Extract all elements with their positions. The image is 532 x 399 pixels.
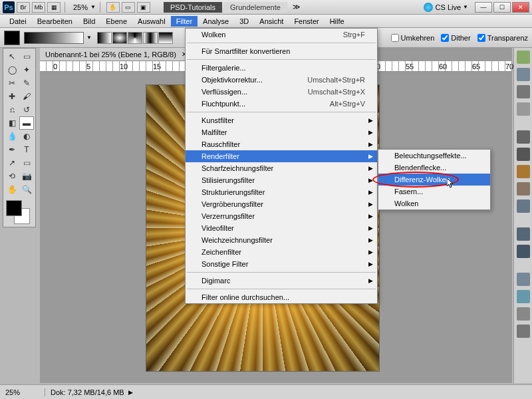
chevron-down-icon[interactable]: ▼ — [86, 35, 92, 41]
panel-icon[interactable] — [517, 165, 530, 178]
menu-bild[interactable]: Bild — [78, 16, 100, 27]
zoom-tool[interactable]: 🔍 — [19, 183, 34, 196]
submenu-item-fasern[interactable]: Fasern... — [378, 186, 490, 198]
panel-icon[interactable] — [517, 290, 530, 303]
menu-item-malfilter[interactable]: Malfilter▶ — [186, 126, 377, 138]
document-tab[interactable]: Unbenannt-1 bei 25% (Ebene 1, RGB/8) ✕ — [40, 48, 192, 61]
crop-tool[interactable]: ✂ — [5, 76, 19, 90]
shape-tool[interactable]: ▭ — [19, 156, 34, 170]
close-button[interactable]: ✕ — [512, 2, 529, 13]
blur-tool[interactable]: 💧 — [5, 130, 19, 143]
gradient-diamond[interactable] — [158, 32, 173, 44]
dither-checkbox[interactable]: Dither — [441, 34, 470, 42]
gradient-linear[interactable] — [97, 32, 112, 44]
menu-item-videofilter[interactable]: Videofilter▶ — [186, 222, 377, 234]
color-swatches[interactable] — [5, 199, 31, 225]
arrange-button[interactable]: ▭ — [122, 2, 135, 13]
menu-auswahl[interactable]: Auswahl — [132, 16, 171, 27]
menu-3d[interactable]: 3D — [234, 16, 254, 27]
submenu-item-beleuchtungseffekte[interactable]: Beleuchtungseffekte... — [378, 150, 490, 162]
menu-item-strukturierungsfilter[interactable]: Strukturierungsfilter▶ — [186, 186, 377, 198]
workspace-more-icon[interactable]: ≫ — [293, 3, 301, 11]
minimize-button[interactable]: — — [475, 2, 492, 13]
menu-ebene[interactable]: Ebene — [100, 16, 132, 27]
menu-item-wolken[interactable]: WolkenStrg+F — [186, 29, 377, 41]
workspace-tab-grundelemente[interactable]: Grundelemente — [223, 2, 287, 13]
menu-item-digimarc[interactable]: Digimarc▶ — [186, 275, 377, 287]
heal-tool[interactable]: ✚ — [5, 90, 19, 103]
pen-tool[interactable]: ✒ — [5, 143, 19, 156]
eyedropper-tool[interactable]: ✎ — [19, 76, 34, 90]
gradient-reflected[interactable] — [143, 32, 158, 44]
zoom-dropdown-icon[interactable]: ▼ — [90, 4, 96, 10]
menu-item-vergroeberungsfilter[interactable]: Vergröberungsfilter▶ — [186, 198, 377, 210]
camera-tool[interactable]: 📷 — [19, 170, 34, 183]
menu-item-scharfzeichnungsfilter[interactable]: Scharfzeichnungsfilter▶ — [186, 162, 377, 174]
menu-item-kunstfilter[interactable]: Kunstfilter▶ — [186, 114, 377, 126]
panel-icon[interactable] — [517, 148, 530, 161]
menu-item-renderfilter[interactable]: Renderfilter▶ — [186, 150, 377, 162]
foreground-color[interactable] — [6, 200, 22, 216]
3d-tool[interactable]: ⟲ — [5, 170, 19, 183]
marquee-tool[interactable]: ▭ — [19, 50, 34, 63]
menu-item-fluchtpunkt[interactable]: Fluchtpunkt...Alt+Strg+V — [186, 98, 377, 110]
maximize-button[interactable]: ☐ — [493, 2, 511, 13]
panel-icon[interactable] — [517, 51, 530, 64]
menu-item-verfluessigen[interactable]: Verflüssigen...Umschalt+Strg+X — [186, 86, 377, 98]
tool-preset[interactable] — [4, 31, 20, 45]
workspace-tab-psd-tutorials[interactable]: PSD-Tutorials — [164, 2, 222, 13]
minibridge-button[interactable]: Mb — [32, 2, 45, 13]
menu-hilfe[interactable]: Hilfe — [325, 16, 350, 27]
menu-item-rauschfilter[interactable]: Rauschfilter▶ — [186, 138, 377, 150]
panel-icon[interactable] — [517, 245, 530, 258]
stamp-tool[interactable]: ⎌ — [5, 103, 19, 116]
menu-item-zeichenfilter[interactable]: Zeichenfilter▶ — [186, 246, 377, 258]
submenu-item-wolken[interactable]: Wolken — [378, 198, 490, 209]
menu-ansicht[interactable]: Ansicht — [254, 16, 289, 27]
cslive-button[interactable]: CS Live ▼ — [424, 3, 468, 12]
eraser-tool[interactable]: ◧ — [5, 116, 19, 130]
menu-item-filtergalerie[interactable]: Filtergalerie... — [186, 62, 377, 74]
panel-icon[interactable] — [517, 182, 530, 196]
menu-item-objektivkorrektur[interactable]: Objektivkorrektur...Umschalt+Strg+R — [186, 74, 377, 86]
wand-tool[interactable]: ✦ — [19, 63, 34, 76]
hand-tool[interactable]: ✋ — [5, 183, 19, 196]
menu-item-weichzeichnungsfilter[interactable]: Weichzeichnungsfilter▶ — [186, 234, 377, 246]
screenmode-button[interactable]: ▣ — [137, 2, 150, 13]
menu-item-filter-online[interactable]: Filter online durchsuchen... — [186, 291, 377, 303]
status-zoom[interactable]: 25% — [5, 388, 45, 396]
menu-filter[interactable]: Filter — [171, 16, 198, 27]
panel-icon[interactable] — [517, 68, 530, 81]
panel-icon[interactable] — [517, 307, 530, 321]
panel-icon[interactable] — [517, 85, 530, 98]
menu-analyse[interactable]: Analyse — [198, 16, 234, 27]
menu-item-verzerrungsfilter[interactable]: Verzerrungsfilter▶ — [186, 210, 377, 222]
dodge-tool[interactable]: ◐ — [19, 130, 34, 143]
transparenz-checkbox[interactable]: Transparenz — [477, 34, 528, 42]
umkehren-checkbox[interactable]: Umkehren — [391, 34, 435, 42]
panel-icon[interactable] — [517, 200, 530, 213]
path-tool[interactable]: ↗ — [5, 156, 19, 170]
menu-bearbeiten[interactable]: Bearbeiten — [32, 16, 78, 27]
bridge-button[interactable]: Br — [17, 2, 30, 13]
chevron-right-icon[interactable]: ▶ — [128, 389, 133, 396]
menu-item-smartfilter[interactable]: Für Smartfilter konvertieren — [186, 45, 377, 57]
menu-fenster[interactable]: Fenster — [289, 16, 324, 27]
type-tool[interactable]: T — [19, 143, 34, 156]
history-brush-tool[interactable]: ↺ — [19, 103, 34, 116]
move-tool[interactable]: ↖ — [5, 50, 19, 63]
zoom-level[interactable]: 25% — [73, 3, 88, 11]
panel-icon[interactable] — [517, 227, 530, 241]
menu-datei[interactable]: Datei — [4, 16, 32, 27]
gradient-tool[interactable]: ▬ — [19, 116, 34, 130]
menu-item-stilisierungsfilter[interactable]: Stilisierungsfilter▶ — [186, 174, 377, 186]
submenu-item-blendenflecke[interactable]: Blendenflecke... — [378, 162, 490, 174]
submenu-item-differenz-wolken[interactable]: Differenz-Wolken — [378, 174, 490, 186]
gradient-angle[interactable] — [128, 32, 142, 44]
panel-icon[interactable] — [517, 325, 530, 338]
gradient-preview[interactable] — [24, 32, 84, 44]
panel-icon[interactable] — [517, 102, 530, 116]
view-extras-button[interactable]: ▦ — [47, 2, 61, 13]
panel-icon[interactable] — [517, 130, 530, 144]
panel-icon[interactable] — [517, 273, 530, 286]
